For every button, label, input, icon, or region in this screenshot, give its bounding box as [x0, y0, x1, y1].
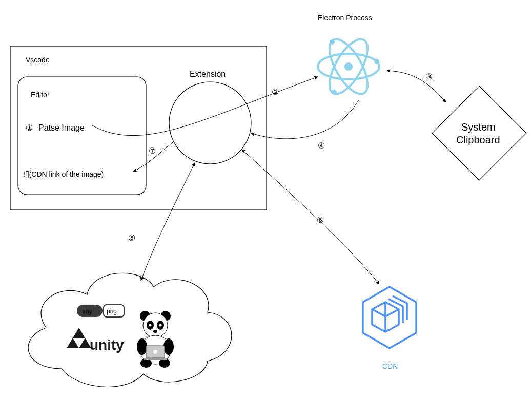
arrow-5	[141, 163, 195, 281]
arrow-4	[251, 100, 359, 139]
step-7-number: ⑦	[149, 146, 156, 155]
extension-node	[169, 82, 251, 164]
svg-rect-7	[432, 86, 526, 180]
cdn-output-label: ![](CDN link of the image)	[23, 170, 104, 178]
step-1-number: ①	[26, 123, 33, 132]
svg-point-26	[163, 338, 174, 355]
step-3-number: ③	[425, 72, 433, 81]
step-6-number: ⑥	[317, 216, 324, 224]
svg-text:unity: unity	[90, 337, 124, 353]
step-2-number: ②	[272, 88, 279, 96]
cdn-label: CDN	[382, 362, 398, 370]
electron-icon	[318, 34, 379, 100]
step-4-number: ④	[318, 141, 325, 150]
svg-point-23	[153, 330, 157, 333]
svg-text:png: png	[107, 308, 117, 315]
editor-label: Editor	[31, 91, 50, 99]
services-cloud: tiny png unity	[28, 273, 232, 387]
svg-point-25	[137, 338, 147, 355]
svg-point-6	[330, 39, 335, 45]
arrow-6	[242, 150, 379, 284]
step-5-number: ⑤	[128, 234, 135, 242]
tinypng-badge: tiny png	[77, 305, 124, 317]
svg-point-3	[344, 62, 353, 71]
cdn-icon	[363, 287, 416, 348]
vscode-label: Vscode	[26, 56, 50, 64]
system-clipboard-node: System Clipboard	[432, 86, 526, 180]
system-clipboard-text-2: Clipboard	[456, 134, 500, 145]
svg-point-21	[149, 324, 152, 327]
paste-image-label: Patse Image	[38, 123, 85, 132]
svg-point-30	[153, 350, 157, 354]
svg-marker-32	[363, 287, 416, 348]
svg-rect-31	[144, 358, 167, 360]
svg-point-22	[159, 324, 162, 327]
electron-title: Electron Process	[318, 14, 372, 22]
svg-point-4	[374, 59, 379, 64]
extension-label: Extension	[190, 70, 226, 78]
svg-text:tiny: tiny	[82, 307, 93, 315]
svg-point-5	[332, 90, 337, 95]
arrow-3a	[387, 71, 446, 102]
system-clipboard-text-1: System	[461, 121, 496, 133]
